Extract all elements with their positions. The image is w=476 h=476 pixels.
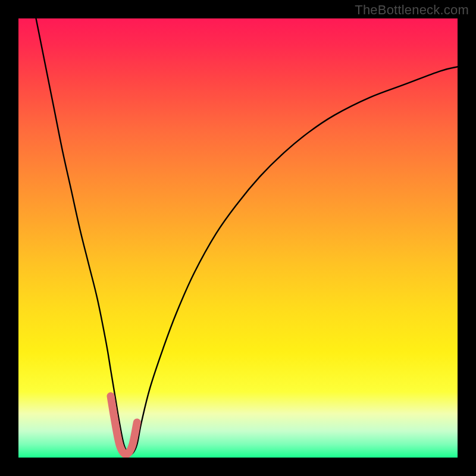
highlight-curve [111,396,137,455]
watermark-text: TheBottleneck.com [355,2,469,18]
main-curve [36,18,458,455]
curve-layer [18,18,458,458]
plot-area [18,18,458,458]
chart-frame: TheBottleneck.com [0,0,476,476]
